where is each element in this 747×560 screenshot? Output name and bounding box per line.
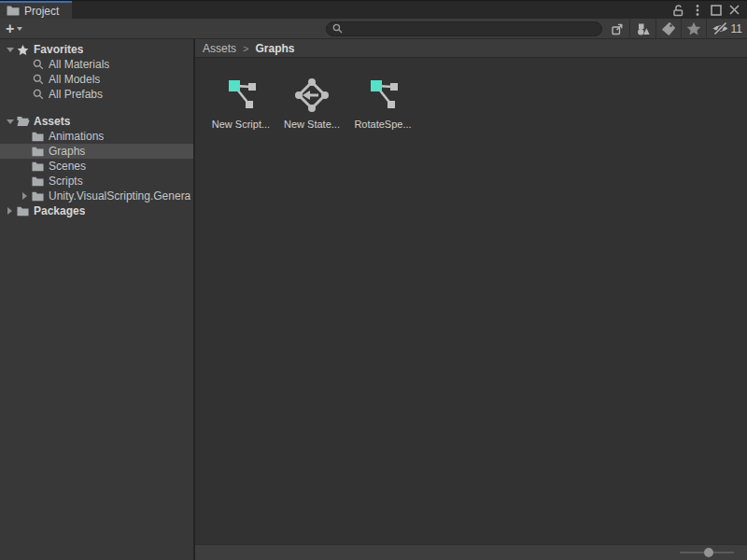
folder-icon [31, 161, 45, 172]
sidebar-label: Scripts [49, 175, 83, 188]
search-input[interactable] [346, 23, 596, 35]
sidebar-section-assets[interactable]: Assets [0, 114, 193, 129]
sidebar-item-all-prefabs[interactable]: All Prefabs [0, 87, 193, 102]
expand-search-icon [610, 21, 625, 36]
search-field[interactable] [326, 21, 602, 36]
search-icon [332, 21, 343, 37]
folder-icon [31, 176, 45, 187]
toolbar: + [0, 19, 747, 39]
sidebar-item-graphs[interactable]: Graphs [0, 144, 193, 159]
chevron-right-icon[interactable] [19, 192, 31, 200]
chevron-right-icon[interactable] [4, 207, 16, 215]
type-filter-icon [635, 21, 651, 36]
sidebar-label: Scenes [49, 160, 86, 173]
search-icon [31, 74, 45, 85]
body: Favorites All Materials All Models [0, 39, 747, 560]
chevron-down-icon [17, 27, 22, 31]
sidebar-label: All Prefabs [49, 88, 103, 101]
sidebar-item-all-models[interactable]: All Models [0, 72, 193, 87]
sidebar-section-packages[interactable]: Packages [0, 203, 193, 218]
asset-label: RotateSpe... [354, 119, 411, 130]
eye-slash-icon [712, 21, 729, 35]
script-graph-icon [222, 77, 260, 114]
folder-icon [31, 191, 45, 202]
chevron-down-icon[interactable] [4, 119, 16, 124]
save-search-button[interactable] [682, 19, 706, 38]
sidebar-label: Graphs [49, 145, 85, 158]
project-window: Project + [0, 0, 747, 560]
zoom-slider-thumb[interactable] [704, 548, 713, 557]
create-asset-button[interactable]: + [0, 19, 28, 38]
tab-bar: Project [0, 0, 747, 19]
state-graph-icon [293, 77, 331, 114]
asset-grid[interactable]: New Script... New [195, 58, 747, 544]
star-icon [686, 21, 701, 35]
sidebar-label: Packages [34, 204, 85, 217]
breadcrumb-assets[interactable]: Assets [203, 42, 236, 55]
sidebar-label: All Models [49, 73, 100, 86]
breadcrumb-current[interactable]: Graphs [255, 42, 294, 55]
star-icon [16, 44, 30, 56]
search-icon [31, 89, 45, 100]
project-tree-sidebar: Favorites All Materials All Models [0, 39, 193, 560]
breadcrumb-separator: > [243, 43, 248, 54]
script-graph-icon [364, 77, 402, 114]
status-bar [195, 544, 747, 560]
sidebar-item-unity-visualscripting[interactable]: Unity.VisualScripting.Genera [0, 189, 193, 203]
tab-title: Project [24, 5, 59, 18]
asset-item-rotatespeed[interactable]: RotateSpe... [348, 77, 417, 130]
hidden-count: 11 [731, 22, 742, 35]
breadcrumb: Assets > Graphs [195, 39, 747, 58]
folder-icon [31, 147, 45, 157]
asset-label: New State... [284, 119, 340, 130]
sidebar-label: Animations [49, 130, 104, 143]
chevron-down-icon[interactable] [4, 48, 16, 52]
hidden-packages-toggle[interactable]: 11 [707, 19, 747, 38]
open-search-window-button[interactable] [605, 19, 629, 38]
folder-icon [7, 6, 20, 16]
unlock-icon[interactable] [670, 2, 686, 18]
sidebar-item-scripts[interactable]: Scripts [0, 174, 193, 189]
folder-icon [16, 206, 30, 217]
asset-item-new-state[interactable]: New State... [277, 77, 346, 130]
search-by-label-button[interactable] [656, 19, 681, 38]
maximize-icon[interactable] [708, 2, 724, 18]
window-controls [670, 1, 747, 19]
tag-icon [661, 21, 676, 36]
sidebar-section-favorites[interactable]: Favorites [0, 42, 193, 57]
folder-icon [31, 132, 45, 142]
asset-label: New Script... [212, 119, 270, 130]
sidebar-item-all-materials[interactable]: All Materials [0, 57, 193, 72]
tab-project[interactable]: Project [0, 1, 72, 19]
tab-bar-spacer [72, 1, 670, 19]
sidebar-item-animations[interactable]: Animations [0, 129, 193, 144]
sidebar-label: Favorites [34, 43, 83, 56]
sidebar-label: All Materials [49, 58, 109, 71]
asset-item-new-script[interactable]: New Script... [206, 77, 275, 130]
zoom-slider[interactable] [680, 547, 734, 558]
plus-icon: + [6, 22, 14, 35]
folder-open-icon [16, 116, 30, 127]
search-by-type-button[interactable] [630, 19, 655, 38]
kebab-menu-icon[interactable] [689, 2, 705, 18]
sidebar-label: Assets [34, 115, 70, 128]
asset-pane: Assets > Graphs New Script [195, 39, 747, 560]
sidebar-label: Unity.VisualScripting.Genera [49, 189, 190, 203]
sidebar-item-scenes[interactable]: Scenes [0, 159, 193, 174]
close-icon[interactable] [726, 2, 742, 18]
search-icon [31, 59, 45, 70]
